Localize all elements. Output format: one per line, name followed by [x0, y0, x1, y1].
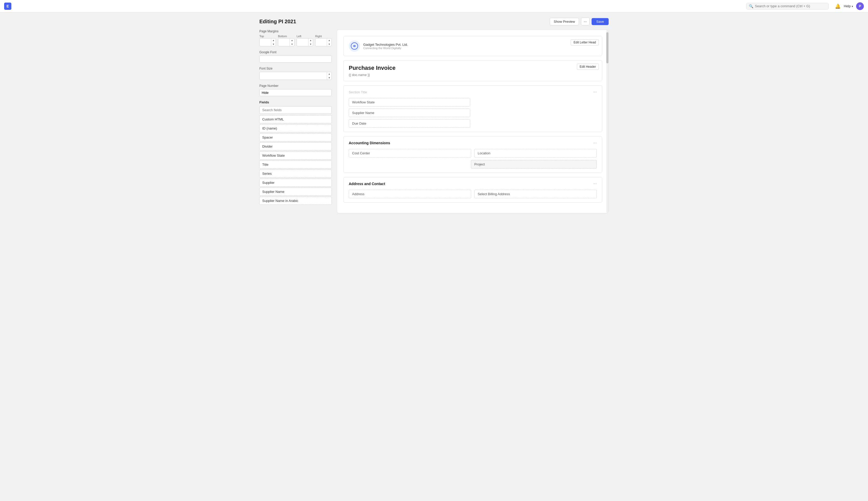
margin-bottom-down-icon[interactable]: ▼	[290, 42, 294, 46]
margin-bottom-input[interactable]: 15	[278, 39, 289, 45]
company-sub: Connecting the World Digitally	[363, 46, 408, 50]
margin-right-up-icon[interactable]: ▲	[327, 39, 331, 42]
header-actions: Show Preview ··· Save	[550, 18, 609, 25]
fields-section: Fields Custom HTML ID (name) Spacer Divi…	[259, 100, 332, 206]
search-input[interactable]	[755, 4, 826, 8]
scrollbar-thumb[interactable]	[606, 32, 608, 63]
field-due-date[interactable]: Due Date	[349, 119, 470, 128]
notification-bell-icon[interactable]: 🔔	[835, 3, 840, 9]
field-item-custom-html[interactable]: Custom HTML	[259, 115, 332, 123]
field-supplier-name[interactable]: Supplier Name	[349, 109, 470, 117]
letter-head-box: Edit Letter Head Gadget Technologies Pvt…	[343, 36, 602, 56]
address-contact-card: Address and Contact ··· Address Select B…	[343, 177, 602, 203]
field-item-series[interactable]: Series	[259, 170, 332, 178]
google-font-section: Google Font	[259, 51, 332, 63]
help-menu[interactable]: Help	[844, 4, 853, 8]
margin-left-up-icon[interactable]: ▲	[308, 39, 313, 42]
preview-header-box: Edit Header Purchase Invoice {{ doc.name…	[343, 60, 602, 81]
fields-label: Fields	[259, 100, 332, 104]
show-preview-button[interactable]: Show Preview	[550, 18, 579, 25]
company-info: Gadget Technologies Pvt. Ltd. Connecting…	[363, 43, 408, 50]
search-bar[interactable]: 🔍	[746, 3, 829, 10]
margin-top: Top 15 ▲ ▼	[259, 35, 276, 46]
field-item-spacer[interactable]: Spacer	[259, 134, 332, 141]
font-size-down-icon[interactable]: ▼	[327, 76, 331, 80]
field-address[interactable]: Address	[349, 190, 471, 198]
sidebar: Page Margins Top 15 ▲ ▼ Bottom	[259, 30, 332, 210]
field-cost-center[interactable]: Cost Center	[349, 149, 471, 158]
field-item-workflow-state[interactable]: Workflow State	[259, 151, 332, 160]
page-header: Editing PI 2021 Show Preview ··· Save	[259, 18, 609, 25]
address-contact-title: Address and Contact	[349, 182, 385, 186]
address-contact-more-icon[interactable]: ···	[593, 181, 597, 186]
field-item-supplier-name-arabic[interactable]: Supplier Name in Arabic	[259, 197, 332, 205]
field-item-id-name[interactable]: ID (name)	[259, 124, 332, 132]
field-item-title[interactable]: Title	[259, 161, 332, 169]
field-list: Custom HTML ID (name) Spacer Divider Wor…	[259, 115, 332, 206]
margin-top-down-icon[interactable]: ▼	[271, 42, 276, 46]
margin-top-label: Top	[259, 35, 276, 38]
section-1-more-icon[interactable]: ···	[593, 90, 597, 94]
main-layout: Page Margins Top 15 ▲ ▼ Bottom	[259, 30, 609, 213]
avatar[interactable]: P	[856, 2, 864, 10]
margin-right-label: Right	[315, 35, 332, 38]
section-1-title: Section Title	[349, 90, 367, 94]
field-item-supplier-name[interactable]: Supplier Name	[259, 188, 332, 196]
scrollbar-track[interactable]	[606, 30, 608, 213]
more-options-button[interactable]: ···	[581, 18, 590, 25]
page-margins-section: Page Margins Top 15 ▲ ▼ Bottom	[259, 30, 332, 46]
field-workflow-state[interactable]: Workflow State	[349, 98, 470, 107]
accounting-dimensions-card: Accounting Dimensions ··· Cost Center Lo…	[343, 136, 602, 173]
margin-right: Right 15 ▲ ▼	[315, 35, 332, 46]
doc-name: {{ doc.name }}	[349, 73, 597, 77]
field-project[interactable]: Project	[471, 160, 597, 169]
margin-left-input[interactable]: 15	[297, 39, 308, 45]
accounting-dims-title: Accounting Dimensions	[349, 141, 390, 145]
margin-top-up-icon[interactable]: ▲	[271, 39, 276, 42]
margin-bottom-label: Bottom	[278, 35, 295, 38]
margin-bottom-up-icon[interactable]: ▲	[290, 39, 294, 42]
margin-top-input[interactable]: 15	[260, 39, 271, 45]
google-font-input[interactable]	[259, 56, 332, 63]
edit-header-button[interactable]: Edit Header	[577, 64, 599, 70]
page-container: Editing PI 2021 Show Preview ··· Save Pa…	[253, 12, 615, 218]
topnav: E 🔍 🔔 Help P	[0, 0, 868, 12]
accounting-dims-more-icon[interactable]: ···	[593, 141, 597, 145]
margin-left: Left 15 ▲ ▼	[297, 35, 313, 46]
help-chevron-icon	[852, 4, 853, 8]
font-size-input[interactable]: 14	[260, 73, 327, 79]
margin-right-input[interactable]: 15	[316, 39, 327, 45]
doc-title: Purchase Invoice	[349, 65, 597, 71]
search-icon: 🔍	[749, 4, 753, 8]
page-number-section: Page Number Hide Show	[259, 84, 332, 96]
field-item-divider[interactable]: Divider	[259, 142, 332, 150]
page-margins-label: Page Margins	[259, 30, 332, 33]
field-select-billing-address[interactable]: Select Billing Address	[474, 190, 597, 198]
save-button[interactable]: Save	[592, 18, 609, 25]
margin-right-down-icon[interactable]: ▼	[327, 42, 331, 46]
app-logo: E	[4, 3, 11, 10]
margin-left-label: Left	[297, 35, 313, 38]
preview-panel: Edit Letter Head Gadget Technologies Pvt…	[337, 30, 609, 213]
company-name: Gadget Technologies Pvt. Ltd.	[363, 43, 408, 46]
margin-left-down-icon[interactable]: ▼	[308, 42, 313, 46]
page-number-select[interactable]: Hide Show	[259, 89, 332, 96]
page-number-label: Page Number	[259, 84, 332, 88]
edit-letter-head-button[interactable]: Edit Letter Head	[571, 39, 599, 45]
topnav-right: 🔔 Help P	[835, 2, 864, 10]
field-item-supplier[interactable]: Supplier	[259, 179, 332, 186]
search-fields-input[interactable]	[259, 106, 332, 114]
company-logo	[349, 40, 360, 52]
section-1-card: Section Title ··· Workflow State Supplie…	[343, 85, 602, 132]
margin-grid: Top 15 ▲ ▼ Bottom 15	[259, 35, 332, 46]
page-title: Editing PI 2021	[259, 19, 296, 24]
font-size-section: Font Size 14 ▲ ▼	[259, 67, 332, 80]
google-font-label: Google Font	[259, 51, 332, 54]
field-location[interactable]: Location	[474, 149, 597, 158]
font-size-label: Font Size	[259, 67, 332, 70]
margin-bottom: Bottom 15 ▲ ▼	[278, 35, 295, 46]
font-size-up-icon[interactable]: ▲	[327, 72, 331, 76]
